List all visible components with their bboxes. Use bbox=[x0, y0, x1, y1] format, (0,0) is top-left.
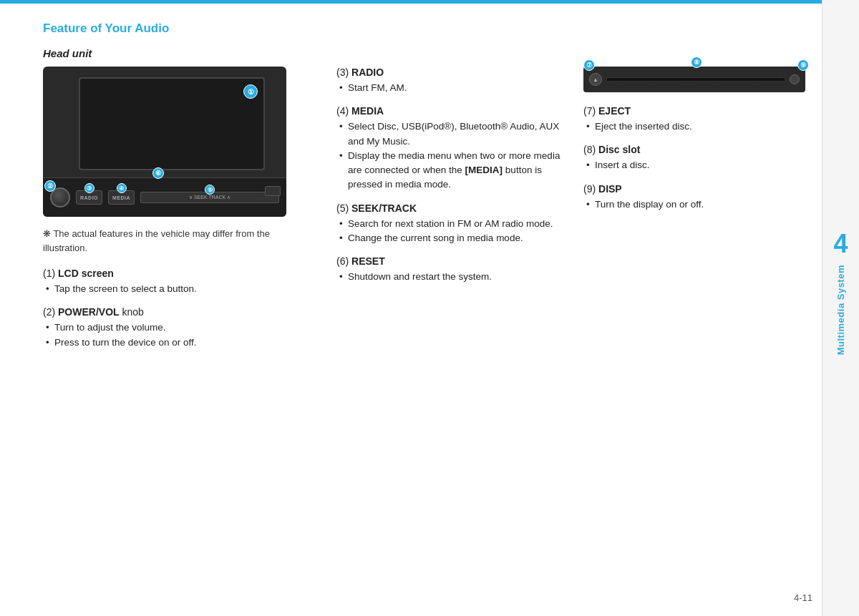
lcd-screen-area: ① bbox=[79, 77, 265, 170]
circle-label-5: ⑤ bbox=[205, 185, 215, 195]
disp-button-circle bbox=[790, 74, 800, 84]
right-column: (3) RADIO Start FM, AM. (4) MEDIA Select… bbox=[336, 67, 809, 360]
list-item: Search for next station in FM or AM radi… bbox=[339, 217, 562, 231]
right-col-1: (3) RADIO Start FM, AM. (4) MEDIA Select… bbox=[336, 67, 562, 294]
list-item: Turn the display on or off. bbox=[586, 197, 809, 212]
circle-label-4: ④ bbox=[117, 183, 127, 193]
item-5-bullets: Search for next station in FM or AM radi… bbox=[336, 217, 562, 246]
list-item: Insert a disc. bbox=[586, 158, 809, 172]
control-bar: ② RADIO ③ MEDIA ④ bbox=[43, 177, 286, 217]
circle-label-2: ② bbox=[44, 180, 56, 192]
right-sidebar: 4 Multimedia System bbox=[822, 0, 859, 616]
right-col-2: ▲ ⑦ ⑧ ⑨ (7) EJECT bbox=[583, 67, 809, 294]
head-unit-image: ① ② RADIO ③ bbox=[43, 67, 286, 217]
circle-label-8: ⑧ bbox=[691, 57, 702, 68]
list-item: Eject the inserted disc. bbox=[586, 119, 809, 134]
item-4-title: (4) MEDIA bbox=[336, 105, 562, 117]
columns-layout: ① ② RADIO ③ bbox=[43, 67, 809, 360]
list-item: Shutdown and restart the system. bbox=[339, 270, 562, 284]
item-8-disc: (8) Disc slot Insert a disc. bbox=[583, 144, 809, 172]
circle-label-6: ⑥ bbox=[152, 167, 164, 179]
item-3-bullets: Start FM, AM. bbox=[336, 81, 562, 95]
circle-label-3: ③ bbox=[84, 183, 94, 193]
circle-label-1: ① bbox=[243, 84, 258, 99]
list-item: Change the current song in media mode. bbox=[339, 231, 562, 245]
item-2-power: (2) POWER/VOL knob Turn to adjust the vo… bbox=[43, 306, 315, 350]
list-item: Display the media menu when two or more … bbox=[339, 149, 562, 192]
list-item: Turn to adjust the volume. bbox=[46, 321, 315, 335]
page-number: 4-11 bbox=[794, 592, 812, 603]
item-6-reset: (6) RESET Shutdown and restart the syste… bbox=[336, 255, 562, 284]
item-6-bullets: Shutdown and restart the system. bbox=[336, 270, 562, 284]
left-column: ① ② RADIO ③ bbox=[43, 67, 315, 360]
item-8-bullets: Insert a disc. bbox=[583, 158, 809, 172]
list-item: Start FM, AM. bbox=[339, 81, 562, 95]
item-8-title: (8) Disc slot bbox=[583, 144, 809, 155]
eject-bar-image: ▲ bbox=[583, 67, 805, 92]
item-1-bullets: Tap the screen to select a button. bbox=[43, 282, 315, 296]
item-9-title: (9) DISP bbox=[583, 183, 809, 195]
reset-btn bbox=[265, 186, 281, 196]
item-3-radio: (3) RADIO Start FM, AM. bbox=[336, 67, 562, 95]
list-item: Press to turn the device on or off. bbox=[46, 336, 315, 350]
item-7-bullets: Eject the inserted disc. bbox=[583, 119, 809, 134]
item-4-media: (4) MEDIA Select Disc, USB(iPod®), Bluet… bbox=[336, 105, 562, 192]
item-3-title: (3) RADIO bbox=[336, 67, 562, 78]
item-9-disp: (9) DISP Turn the display on or off. bbox=[583, 183, 809, 212]
item-5-seek: (5) SEEK/TRACK Search for next station i… bbox=[336, 202, 562, 246]
chapter-number: 4 bbox=[833, 229, 848, 259]
circle-label-9: ⑨ bbox=[797, 59, 809, 71]
item-7-title: (7) EJECT bbox=[583, 105, 809, 117]
item-2-bullets: Turn to adjust the volume. Press to turn… bbox=[43, 321, 315, 350]
item-7-eject: (7) EJECT Eject the inserted disc. bbox=[583, 105, 809, 134]
disc-slot-visual bbox=[606, 77, 785, 82]
item-9-bullets: Turn the display on or off. bbox=[583, 197, 809, 212]
section-title: Feature of Your Audio bbox=[43, 21, 809, 36]
top-accent-line bbox=[0, 0, 859, 4]
chapter-label: Multimedia System bbox=[835, 265, 846, 355]
item-6-title: (6) RESET bbox=[336, 255, 562, 267]
circle-label-7: ⑦ bbox=[583, 59, 595, 71]
item-2-title: (2) POWER/VOL knob bbox=[43, 306, 315, 318]
note-text: ❋ The actual features in the vehicle may… bbox=[43, 227, 315, 255]
item-1-lcd: (1) LCD screen Tap the screen to select … bbox=[43, 268, 315, 296]
item-5-title: (5) SEEK/TRACK bbox=[336, 202, 562, 214]
item-1-title: (1) LCD screen bbox=[43, 268, 315, 279]
item-4-bullets: Select Disc, USB(iPod®), Bluetooth® Audi… bbox=[336, 119, 562, 192]
list-item: Tap the screen to select a button. bbox=[46, 282, 315, 296]
right-sub-columns: (3) RADIO Start FM, AM. (4) MEDIA Select… bbox=[336, 67, 809, 294]
eject-button-circle: ▲ bbox=[589, 73, 602, 86]
eject-image-container: ▲ ⑦ ⑧ ⑨ bbox=[583, 67, 809, 92]
main-content: Feature of Your Audio Head unit ① ② bbox=[43, 21, 809, 587]
list-item: Select Disc, USB(iPod®), Bluetooth® Audi… bbox=[339, 119, 562, 149]
